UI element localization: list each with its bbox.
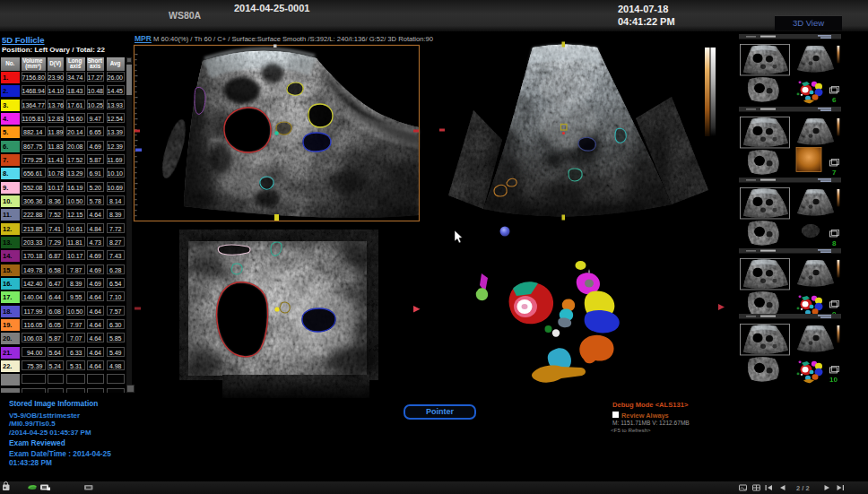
svg-text:6: 6 (832, 96, 837, 104)
svg-text:10: 10 (829, 376, 838, 384)
svg-text:8: 8 (832, 239, 837, 247)
svg-text:7: 7 (832, 169, 837, 177)
